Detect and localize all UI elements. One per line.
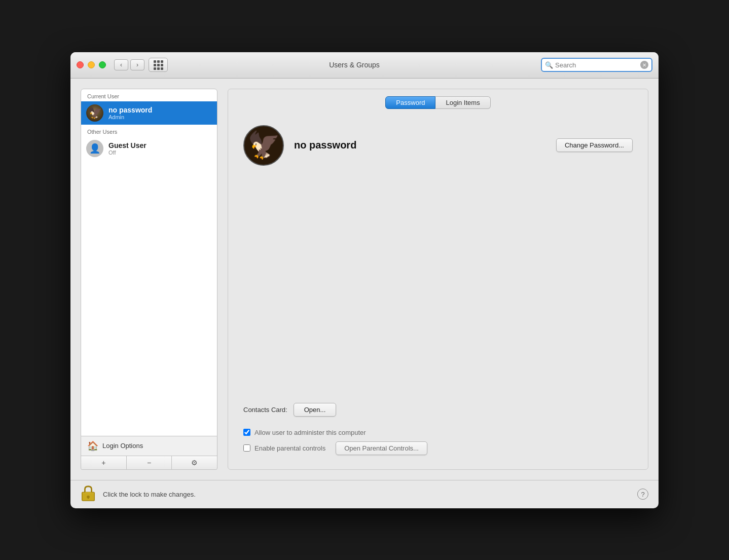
home-icon: 🏠 — [87, 440, 98, 452]
admin-checkbox[interactable] — [243, 429, 250, 436]
avatar-guest: 👤 — [86, 140, 103, 157]
admin-checkbox-row: Allow user to administer this computer — [243, 429, 633, 436]
contacts-open-button[interactable]: Open... — [294, 403, 337, 417]
sidebar-guest-status: Off — [108, 150, 147, 156]
panel-spacer — [228, 176, 648, 395]
tab-login-items[interactable]: Login Items — [435, 96, 490, 109]
sidebar-guest-info: Guest User Off — [108, 141, 147, 156]
sidebar-item-name: no password — [108, 106, 152, 114]
svg-rect-2 — [83, 493, 94, 493]
titlebar: ‹ › Users & Groups 🔍 ✕ — [70, 52, 659, 79]
close-button[interactable] — [77, 61, 84, 68]
minimize-button[interactable] — [88, 61, 95, 68]
change-password-button[interactable]: Change Password... — [556, 138, 633, 152]
parental-checkbox[interactable] — [243, 444, 250, 452]
user-info-section: 🦅 no password Change Password... — [228, 115, 648, 176]
nav-buttons: ‹ › — [114, 59, 144, 70]
help-button[interactable]: ? — [637, 489, 648, 500]
checkbox-section: Allow user to administer this computer E… — [228, 425, 648, 459]
maximize-button[interactable] — [99, 61, 106, 68]
search-clear-button[interactable]: ✕ — [640, 61, 648, 69]
sidebar-list: Current User no password Admin Other Use… — [81, 89, 217, 436]
avatar — [86, 104, 103, 122]
tab-password[interactable]: Password — [385, 96, 435, 109]
user-name-large: no password — [294, 139, 546, 151]
sidebar: Current User no password Admin Other Use… — [81, 89, 217, 470]
tabs-bar: Password Login Items — [228, 89, 648, 115]
svg-rect-4 — [88, 497, 89, 499]
search-icon: 🔍 — [545, 61, 553, 69]
sidebar-item-guest[interactable]: 👤 Guest User Off — [81, 137, 217, 160]
back-button[interactable]: ‹ — [114, 59, 128, 70]
panel-bottom-padding — [228, 459, 648, 469]
search-input[interactable] — [555, 61, 640, 69]
settings-button[interactable]: ⚙ — [172, 456, 217, 469]
user-avatar-large: 🦅 — [243, 125, 284, 166]
forward-button[interactable]: › — [130, 59, 144, 70]
sidebar-guest-name: Guest User — [108, 141, 147, 150]
sidebar-item-info: no password Admin — [108, 106, 152, 120]
bottom-bar: Click the lock to make changes. ? — [70, 480, 659, 508]
open-parental-controls-button[interactable]: Open Parental Controls... — [336, 441, 427, 455]
sidebar-item-current-user[interactable]: no password Admin — [81, 101, 217, 125]
sidebar-toolbar: + − ⚙ — [81, 456, 217, 470]
add-user-button[interactable]: + — [81, 456, 127, 469]
traffic-lights — [77, 61, 106, 68]
admin-checkbox-label: Allow user to administer this computer — [254, 429, 366, 436]
window-title: Users & Groups — [168, 61, 541, 69]
search-box[interactable]: 🔍 ✕ — [541, 58, 652, 72]
main-content: Current User no password Admin Other Use… — [70, 79, 659, 480]
parental-checkbox-label: Enable parental controls — [254, 444, 325, 452]
main-window: ‹ › Users & Groups 🔍 ✕ Current User — [70, 52, 659, 508]
contacts-label: Contacts Card: — [243, 406, 287, 414]
contacts-section: Contacts Card: Open... — [228, 395, 648, 425]
remove-user-button[interactable]: − — [127, 456, 172, 469]
current-user-header: Current User — [81, 89, 217, 101]
sidebar-item-role: Admin — [108, 114, 152, 120]
right-panel: Password Login Items 🦅 no password Chang… — [228, 89, 648, 470]
parental-checkbox-row: Enable parental controls Open Parental C… — [243, 441, 633, 455]
login-options-label: Login Options — [102, 442, 143, 450]
grid-button[interactable] — [149, 58, 168, 72]
lock-icon[interactable] — [81, 484, 96, 504]
other-users-header: Other Users — [81, 125, 217, 137]
lock-label: Click the lock to make changes. — [103, 491, 196, 498]
grid-icon — [154, 60, 163, 70]
login-options-bar[interactable]: 🏠 Login Options — [81, 436, 217, 456]
